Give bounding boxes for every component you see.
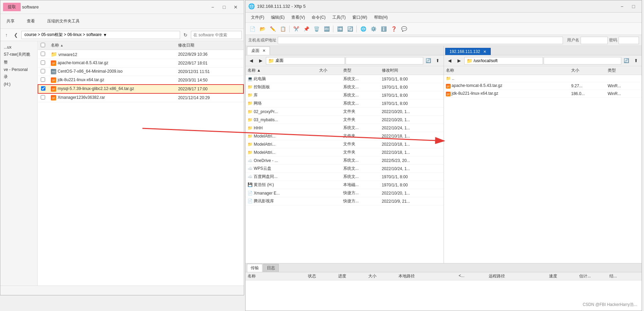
left-nav-btn2[interactable]: ⬆ (433, 57, 442, 65)
left-col-date[interactable]: 修改时间 (380, 66, 444, 75)
left-file-row[interactable]: 📁 控制面板系统文...1970/1/1, 8:00 (246, 83, 444, 91)
tool-globe[interactable]: 🌐 (358, 24, 368, 34)
left-tab-close[interactable]: ✕ (262, 49, 266, 53)
left-tab-desktop[interactable]: 桌面 ✕ (247, 47, 270, 55)
menu-help[interactable]: 帮助(H) (371, 14, 391, 21)
sidebar-item-lu[interactable]: 录 (2, 73, 36, 81)
table-row[interactable]: gzjdk-8u221-linux-x64.tar.gz 2020/3/31 1… (38, 76, 243, 85)
refresh-button[interactable]: ↻ (181, 31, 190, 39)
row-checkbox[interactable] (38, 59, 48, 68)
left-file-row[interactable]: 📄 腾讯影视库快捷方...2022/10/9, 21... (246, 197, 444, 205)
left-refresh-btn[interactable]: 🔄 (424, 57, 433, 65)
tool-edit[interactable]: ✏️ (268, 24, 277, 34)
row-checkbox[interactable] (38, 50, 48, 59)
left-file-row[interactable]: 📁 ModelAttri...文件夹2022/10/18, 1... (246, 132, 444, 140)
right-refresh-btn[interactable]: 🔄 (622, 57, 631, 65)
sidebar-item-z[interactable]: 整 (2, 58, 36, 66)
xftp-host-input[interactable] (278, 37, 563, 44)
left-file-row[interactable]: 💾 黄浩恒 (H:)本地磁...1970/1/1, 8:00 (246, 181, 444, 189)
tool-info[interactable]: ℹ️ (379, 24, 388, 34)
address-path[interactable]: course > 05-ssm框架 > 06-linux > software … (21, 31, 180, 39)
left-file-row[interactable]: 📁 02_proxyPr...文件夹2022/10/20, 1... (246, 108, 444, 116)
tool-open[interactable]: 📂 (258, 24, 267, 34)
right-tab-close[interactable]: ✕ (483, 50, 486, 54)
left-file-row[interactable]: 📁 HHH系统文...2022/10/24, 1... (246, 124, 444, 132)
left-col-type[interactable]: 类型 (341, 66, 380, 75)
right-path-display[interactable]: 📁 /usr/local/soft (464, 57, 543, 65)
minimize-button[interactable]: − (207, 2, 218, 12)
menu-file[interactable]: 文件(F) (248, 14, 267, 21)
table-row-mysql[interactable]: gzmysql-5.7.39-linux-glibc2.12-x86_64.ta… (38, 85, 243, 93)
tool-refresh[interactable]: 🔄 (345, 24, 355, 34)
right-file-row[interactable]: 📁 .. (444, 75, 642, 82)
right-path-input[interactable] (544, 57, 621, 65)
left-file-row[interactable]: 📁 ModelAttri...文件夹2022/10/18, 1... (246, 148, 444, 157)
menu-tools[interactable]: 工具(T) (330, 14, 348, 21)
right-back-btn[interactable]: ◀ (445, 57, 454, 65)
xftp-maximize-button[interactable]: □ (628, 2, 639, 11)
left-file-row[interactable]: 📄 Xmanager E...快捷方...2022/10/20, 1... (246, 189, 444, 197)
menu-command[interactable]: 命令(C) (309, 14, 328, 21)
col-date[interactable]: 修改日期 (175, 41, 243, 50)
right-nav-btn2[interactable]: ⬆ (631, 57, 640, 65)
tool-transfer[interactable]: ➡️ (335, 24, 345, 34)
bottom-tab-transfer[interactable]: 传输 (247, 264, 262, 272)
nav-back-button[interactable]: ❮ (12, 31, 20, 39)
sidebar-item-h[interactable]: (H:) (2, 81, 36, 88)
right-file-row[interactable]: gz jdk-8u221-linux-x64.tar.gz186.0...Win… (444, 90, 642, 98)
table-row[interactable]: gzapache-tomcat-8.5.43.tar.gz 2022/8/17 … (38, 59, 243, 68)
right-col-name[interactable]: 名称 (444, 66, 569, 75)
row-checkbox[interactable] (38, 68, 48, 76)
left-back-btn[interactable]: ◀ (247, 57, 256, 65)
sidebar-item-ve[interactable]: ve - Personal (2, 66, 36, 73)
tool-help[interactable]: ❓ (389, 24, 398, 34)
left-file-row[interactable]: 📁 库系统文...1970/1/1, 8:00 (246, 91, 444, 99)
left-panel-scroll[interactable]: 名称 ▲ 大小 类型 修改时间 💻 此电脑系统文...1970/1/1, 8:0… (246, 66, 444, 263)
row-checkbox[interactable] (38, 76, 48, 85)
left-path-display[interactable]: 📁 桌面 (266, 57, 345, 65)
bottom-tab-log[interactable]: 日志 (263, 264, 279, 272)
table-row[interactable]: 📁 vmware12 2022/8/29 10:36 (38, 50, 243, 59)
table-row[interactable]: gzXmanager1236v36382.rar 2021/12/14 20:2… (38, 93, 243, 102)
xftp-minimize-button[interactable]: − (617, 2, 627, 11)
maximize-button[interactable]: □ (219, 2, 230, 12)
tool-copy[interactable]: 📋 (278, 24, 288, 34)
xftp-user-input[interactable] (581, 37, 608, 44)
ribbon-share[interactable]: 共享 (4, 17, 17, 25)
left-file-row[interactable]: 📁 网络系统文...1970/1/1, 8:00 (246, 99, 444, 108)
sidebar-item-ux[interactable]: ...ux (2, 44, 36, 51)
right-forward-btn[interactable]: ▶ (455, 57, 464, 65)
tool-new-session[interactable]: 📄 (248, 24, 257, 34)
menu-window[interactable]: 窗口(W) (350, 14, 370, 21)
left-col-name[interactable]: 名称 ▲ (246, 66, 317, 75)
ribbon-zip-tools[interactable]: 压缩的文件夹工具 (45, 17, 82, 25)
left-file-row[interactable]: ☁️ 百度网盘同...系统文...1970/1/1, 8:00 (246, 173, 444, 181)
left-file-row[interactable]: 📁 03_mybatis...文件夹2022/10/20, 1... (246, 116, 444, 124)
right-tab-server[interactable]: 192.168.111.132 ✕ (445, 48, 491, 55)
extract-tab[interactable]: 提取 (3, 3, 21, 11)
right-col-type[interactable]: 类型 (606, 66, 642, 75)
nav-up-button[interactable]: ↑ (2, 31, 11, 39)
tool-cut[interactable]: ✂️ (291, 24, 301, 34)
select-all-checkbox[interactable] (41, 43, 45, 47)
right-file-row[interactable]: gz apache-tomcat-8.5.43.tar.gz9.27...Win… (444, 82, 642, 90)
tool-chat[interactable]: 💬 (399, 24, 409, 34)
xftp-pass-input[interactable] (619, 37, 639, 44)
left-file-row[interactable]: 💻 此电脑系统文...1970/1/1, 8:00 (246, 75, 444, 83)
tool-rename[interactable]: 🔤 (322, 24, 331, 34)
close-button[interactable]: ✕ (230, 2, 241, 12)
right-col-size[interactable]: 大小 (569, 66, 606, 75)
left-file-row[interactable]: 📁 ModelAttri...文件夹2022/10/18, 1... (246, 140, 444, 148)
tool-delete[interactable]: 🗑️ (312, 24, 321, 34)
row-checkbox[interactable] (38, 93, 48, 102)
left-path-input[interactable] (346, 57, 423, 65)
menu-view[interactable]: 查看(V) (289, 14, 308, 21)
tool-settings[interactable]: ⚙️ (369, 24, 378, 34)
tool-paste[interactable]: 📌 (301, 24, 311, 34)
table-row[interactable]: isoCentOS-7-x86_64-Minimal-2009.iso 2020… (38, 68, 243, 76)
left-col-size[interactable]: 大小 (317, 66, 341, 75)
row-checkbox[interactable] (38, 85, 48, 93)
left-file-row[interactable]: ☁️ WPS云盘系统文...2022/10/24, 1... (246, 165, 444, 173)
sidebar-item-s7[interactable]: S7-raw(关闭脆 (2, 51, 36, 58)
col-name[interactable]: 名称 ▲ (48, 41, 175, 50)
